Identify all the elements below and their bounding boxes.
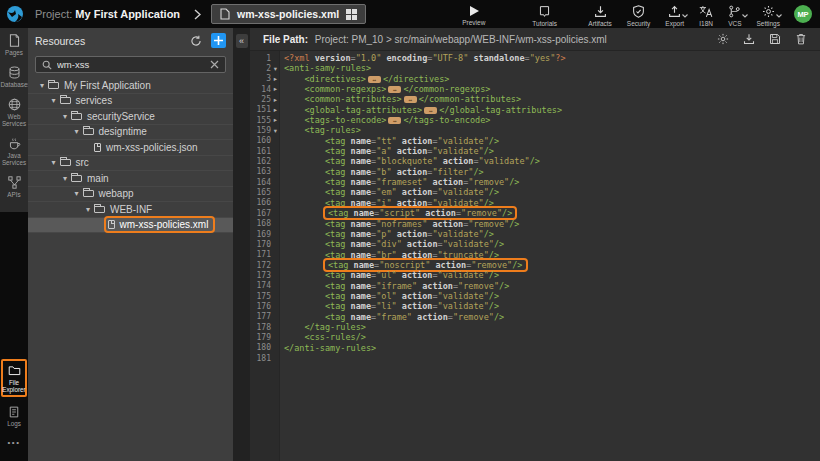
code-line-text: <tag name="div" action="validate"/> (280, 239, 504, 249)
fold-closed-icon[interactable]: ▸ (271, 75, 280, 83)
code-line-151[interactable]: 151▸ <global-tag-attributes>↔</global-ta… (250, 105, 820, 115)
sidebar-item-web-services[interactable]: Web Services (0, 98, 28, 127)
tree-node-services[interactable]: ▾services (28, 94, 233, 110)
user-avatar[interactable]: MP (794, 5, 812, 23)
folded-code-placeholder[interactable]: ↔ (388, 86, 401, 93)
more-options-button[interactable]: ••• (8, 438, 21, 447)
refresh-icon[interactable] (190, 35, 202, 47)
tree-node-content: src (60, 157, 89, 168)
line-number: 166 (250, 198, 271, 207)
code-line-170[interactable]: 170 <tag name="div" action="validate"/> (250, 239, 820, 249)
topbar-artifacts-button[interactable]: Artifacts (588, 5, 611, 27)
code-line-2[interactable]: 2▾<anti-samy-rules> (250, 63, 820, 73)
topbar-export-button[interactable]: Export (665, 5, 684, 27)
code-line-165[interactable]: 165 <tag name="em" action="validate"/> (250, 187, 820, 197)
caret-down-icon (776, 14, 782, 18)
tree-node-webapp[interactable]: ▾webapp (28, 187, 233, 203)
code-line-180[interactable]: 180</anti-samy-rules> (250, 343, 820, 353)
collapse-panel-button[interactable]: « (236, 34, 248, 48)
tree-node-main[interactable]: ▾main (28, 171, 233, 187)
fold-open-icon[interactable]: ▾ (271, 127, 280, 135)
delete-file-button[interactable] (795, 33, 807, 45)
clear-search-icon[interactable] (210, 60, 219, 69)
tab-wm-xss-policies-xml[interactable]: wm-xss-policies.xml (211, 4, 366, 24)
expand-arrow-open-icon[interactable]: ▾ (71, 127, 83, 136)
code-line-155[interactable]: 155▸ <tags-to-encode>↔</tags-to-encode> (250, 115, 820, 125)
fold-closed-icon[interactable]: ▸ (271, 96, 280, 104)
download-icon (743, 33, 755, 45)
sidebar-item-apis[interactable]: APIs (0, 176, 28, 198)
topbar-i18n-button[interactable]: I18N (699, 5, 713, 27)
code-line-172[interactable]: 172 <tag name="noscript" action="remove"… (250, 260, 820, 270)
code-line-179[interactable]: 179 <css-rules/> (250, 332, 820, 342)
add-resource-button[interactable] (211, 33, 226, 48)
save-file-button[interactable] (769, 33, 781, 45)
wavemaker-logo-icon[interactable] (6, 5, 24, 23)
code-line-text: <css-rules/> (280, 332, 366, 342)
folded-code-placeholder[interactable]: ↔ (404, 96, 417, 103)
code-line-169[interactable]: 169 <tag name="p" action="validate"/> (250, 229, 820, 239)
expand-arrow-open-icon[interactable]: ▾ (71, 189, 83, 198)
sidebar-item-file-explorer[interactable]: File Explorer (1, 359, 27, 397)
tree-node-label: WEB-INF (110, 204, 152, 215)
code-line-174[interactable]: 174 <tag name="iframe" action="remove"/> (250, 281, 820, 291)
sidebar-item-logs[interactable]: Logs (1, 406, 28, 427)
code-line-176[interactable]: 176 <tag name="li" action="validate"/> (250, 301, 820, 311)
code-line-14[interactable]: 14▸ <common-regexps>↔</common-regexps> (250, 84, 820, 94)
code-area[interactable]: 1<?xml version="1.0" encoding="UTF-8" st… (250, 51, 820, 461)
code-line-171[interactable]: 171 <tag name="br" action="truncate"/> (250, 250, 820, 260)
code-line-175[interactable]: 175 <tag name="ol" action="validate"/> (250, 291, 820, 301)
fold-closed-icon[interactable]: ▸ (271, 106, 280, 114)
sidebar-item-java-services[interactable]: Java Services (0, 137, 28, 166)
expand-arrow-open-icon[interactable]: ▾ (82, 205, 94, 214)
code-line-166[interactable]: 166 <tag name="i" action="validate"/> (250, 198, 820, 208)
sidebar-item-pages[interactable]: Pages (0, 34, 28, 56)
sidebar-item-databases[interactable]: Databases (0, 66, 28, 88)
tree-node-web-inf[interactable]: ▾WEB-INF (28, 202, 233, 218)
code-line-168[interactable]: 168 <tag name="noframes" action="remove"… (250, 219, 820, 229)
fold-open-icon[interactable]: ▾ (271, 65, 280, 73)
grid-view-icon[interactable] (346, 9, 357, 20)
code-line-162[interactable]: 162 <tag name="blockquote" action="valid… (250, 156, 820, 166)
code-line-163[interactable]: 163 <tag name="b" action="filter"/> (250, 167, 820, 177)
tree-node-wm-xss-policies-json[interactable]: wm-xss-policies.json (28, 140, 233, 156)
code-line-177[interactable]: 177 <tag name="frame" action="remove"/> (250, 312, 820, 322)
code-line-161[interactable]: 161 <tag name="a" action="validate"/> (250, 146, 820, 156)
tree-node-my-first-application[interactable]: ▾My First Application (28, 78, 233, 94)
expand-arrow-open-icon[interactable]: ▾ (36, 81, 48, 90)
code-line-173[interactable]: 173 <tag name="ul" action="validate"/> (250, 270, 820, 280)
tree-node-securityservice[interactable]: ▾securityService (28, 109, 233, 125)
folded-code-placeholder[interactable]: ↔ (388, 117, 401, 124)
project-breadcrumb[interactable]: Project: My First Application (35, 8, 180, 20)
fold-closed-icon[interactable]: ▸ (271, 116, 280, 124)
expand-arrow-open-icon[interactable]: ▾ (48, 96, 60, 105)
code-line-1[interactable]: 1<?xml version="1.0" encoding="UTF-8" st… (250, 53, 820, 63)
preview-button[interactable]: Preview (462, 5, 485, 26)
expand-arrow-open-icon[interactable]: ▾ (59, 174, 71, 183)
fold-closed-icon[interactable]: ▸ (271, 85, 280, 93)
expand-arrow-open-icon[interactable]: ▾ (59, 112, 71, 121)
tutorials-button[interactable]: Tutorials (532, 5, 557, 27)
code-line-181[interactable]: 181 (250, 353, 820, 363)
folded-code-placeholder[interactable]: ↔ (424, 107, 437, 114)
code-line-178[interactable]: 178 </tag-rules> (250, 322, 820, 332)
topbar-security-button[interactable]: Security (627, 5, 650, 27)
code-line-text: <tag name="iframe" action="remove"/> (280, 281, 509, 291)
code-line-25[interactable]: 25▸ <common-attributes>↔</common-attribu… (250, 94, 820, 104)
expand-arrow-open-icon[interactable]: ▾ (48, 158, 60, 167)
tree-node-designtime[interactable]: ▾designtime (28, 125, 233, 141)
caret-down-icon (742, 14, 748, 18)
folded-code-placeholder[interactable]: ↔ (368, 76, 381, 83)
download-file-button[interactable] (743, 33, 755, 45)
code-line-164[interactable]: 164 <tag name="frameset" action="remove"… (250, 177, 820, 187)
topbar-settings-button[interactable]: Settings (757, 5, 781, 27)
tree-node-wm-xss-policies-xml[interactable]: wm-xss-policies.xml (28, 218, 233, 234)
code-line-167[interactable]: 167 <tag name="script" action="remove"/> (250, 208, 820, 218)
code-line-159[interactable]: 159▾ <tag-rules> (250, 125, 820, 135)
search-input[interactable] (57, 59, 205, 70)
editor-settings-button[interactable] (717, 33, 729, 45)
code-line-160[interactable]: 160 <tag name="tt" action="validate"/> (250, 136, 820, 146)
tree-node-src[interactable]: ▾src (28, 156, 233, 172)
code-line-3[interactable]: 3▸ <directives>↔</directives> (250, 74, 820, 84)
topbar-vcs-button[interactable]: VCS (728, 5, 741, 27)
